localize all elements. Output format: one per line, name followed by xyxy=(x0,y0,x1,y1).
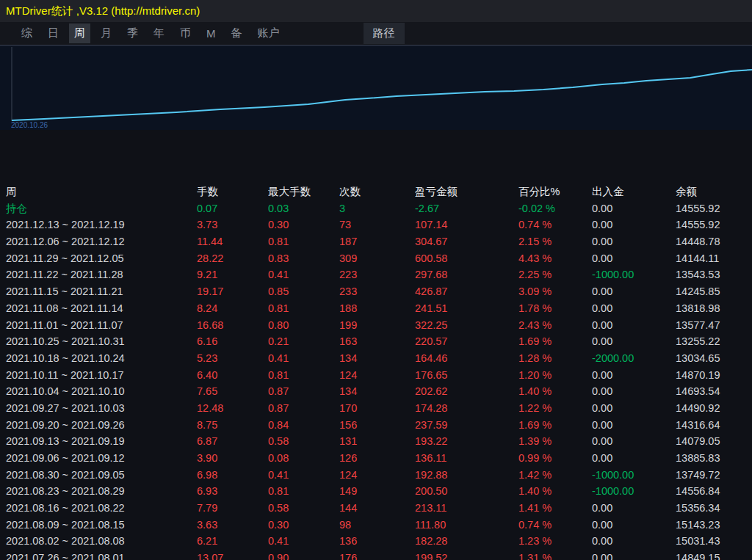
cell-value: 220.57 xyxy=(415,333,518,350)
cell-value: 2.15 % xyxy=(518,233,592,250)
table-row[interactable]: 2021.07.26 ~ 2021.08.0113.070.90176199.5… xyxy=(6,550,752,560)
column-header: 盈亏金额 xyxy=(415,183,518,200)
table-row[interactable]: 2021.08.30 ~ 2021.09.056.980.41124192.88… xyxy=(6,467,752,484)
cell-value: 3 xyxy=(339,200,415,217)
cell-value: 0.00 xyxy=(592,333,676,350)
cell-value: 164.46 xyxy=(415,350,518,367)
table-row[interactable]: 2021.11.22 ~ 2021.11.289.210.41223297.68… xyxy=(6,266,752,283)
path-button[interactable]: 路径 xyxy=(364,23,405,44)
table-row[interactable]: 2021.08.02 ~ 2021.08.086.210.41136182.28… xyxy=(6,533,752,550)
cell-value: 19.17 xyxy=(197,283,268,300)
tab-yearly[interactable]: 年 xyxy=(148,23,170,43)
cell-value: 0.00 xyxy=(592,500,676,517)
table-row[interactable]: 持仓0.070.033-2.67-0.02 %0.0014555.92 xyxy=(6,200,752,217)
cell-value: 0.58 xyxy=(268,433,339,450)
column-header: 手数 xyxy=(197,183,268,200)
tab-weekly[interactable]: 周 xyxy=(69,23,90,43)
cell-value: 0.99 % xyxy=(518,450,592,467)
cell-value: 0.74 % xyxy=(518,517,592,534)
cell-value: 14490.92 xyxy=(676,400,752,417)
cell-value: 124 xyxy=(339,467,415,484)
table-row[interactable]: 2021.09.06 ~ 2021.09.123.900.08126136.11… xyxy=(6,450,752,467)
cell-period: 2021.09.06 ~ 2021.09.12 xyxy=(6,450,197,467)
cell-value: 7.79 xyxy=(197,500,268,517)
cell-period: 2021.10.04 ~ 2021.10.10 xyxy=(6,383,197,400)
table-row[interactable]: 2021.11.29 ~ 2021.12.0528.220.83309600.5… xyxy=(6,250,752,267)
cell-value: 0.90 xyxy=(268,550,339,560)
tab-quarterly[interactable]: 季 xyxy=(122,23,143,43)
table-row[interactable]: 2021.09.13 ~ 2021.09.196.870.58131193.22… xyxy=(6,433,752,450)
cell-value: 2.25 % xyxy=(518,266,592,283)
cell-value: 200.50 xyxy=(415,483,518,500)
column-header: 出入金 xyxy=(592,183,676,200)
cell-value: 15356.34 xyxy=(676,500,752,517)
title-bar: MTDriver统计 ,V3.12 (http://mtdriver.cn) xyxy=(0,0,752,22)
tab-m[interactable]: M xyxy=(201,24,221,43)
cell-value: 0.85 xyxy=(268,283,339,300)
cell-value: 188 xyxy=(339,300,415,317)
cell-value: 1.28 % xyxy=(518,350,592,367)
table-row[interactable]: 2021.08.09 ~ 2021.08.153.630.3098111.800… xyxy=(6,517,752,534)
cell-period: 2021.11.29 ~ 2021.12.05 xyxy=(6,250,197,267)
cell-value: 2.43 % xyxy=(518,317,592,334)
cell-value: 297.68 xyxy=(415,266,518,283)
table-row[interactable]: 2021.10.25 ~ 2021.10.316.160.21163220.57… xyxy=(6,333,752,350)
cell-value: 0.00 xyxy=(592,300,676,317)
cell-period: 持仓 xyxy=(6,200,197,217)
cell-value: 0.00 xyxy=(592,517,676,534)
cell-value: 136.11 xyxy=(415,450,518,467)
cell-value: 13885.83 xyxy=(676,450,752,467)
cell-value: 0.00 xyxy=(592,217,676,233)
cell-value: 8.75 xyxy=(197,417,268,434)
cell-value: 8.24 xyxy=(197,300,268,317)
table-row[interactable]: 2021.11.15 ~ 2021.11.2119.170.85233426.8… xyxy=(6,283,752,300)
cell-value: 193.22 xyxy=(415,433,518,450)
cell-period: 2021.08.16 ~ 2021.08.22 xyxy=(6,500,197,517)
cell-value: 6.21 xyxy=(197,533,268,550)
cell-value: 14079.05 xyxy=(676,433,752,450)
column-header: 余额 xyxy=(676,183,752,200)
tab-daily[interactable]: 日 xyxy=(43,23,64,43)
cell-value: 5.23 xyxy=(197,350,268,367)
cell-value: 309 xyxy=(339,250,415,267)
cell-value: 14448.78 xyxy=(676,233,752,250)
cell-value: 0.00 xyxy=(592,450,676,467)
table-row[interactable]: 2021.11.08 ~ 2021.11.148.240.81188241.51… xyxy=(6,300,752,317)
cell-value: 182.28 xyxy=(415,533,518,550)
table-row[interactable]: 2021.10.18 ~ 2021.10.245.230.41134164.46… xyxy=(6,350,752,367)
cell-value: 111.80 xyxy=(415,517,518,534)
tab-monthly[interactable]: 月 xyxy=(95,23,117,43)
table-row[interactable]: 2021.09.27 ~ 2021.10.0312.480.87170174.2… xyxy=(6,400,752,417)
table-row[interactable]: 2021.12.06 ~ 2021.12.1211.440.81187304.6… xyxy=(6,233,752,250)
tab-currency[interactable]: 币 xyxy=(175,23,196,43)
cell-value: 1.31 % xyxy=(518,550,592,560)
table-row[interactable]: 2021.08.23 ~ 2021.08.296.930.81149200.50… xyxy=(6,483,752,500)
cell-value: 28.22 xyxy=(197,250,268,267)
cell-value: 0.08 xyxy=(268,450,339,467)
table-row[interactable]: 2021.10.04 ~ 2021.10.107.650.87134202.62… xyxy=(6,383,752,400)
tab-account[interactable]: 账户 xyxy=(253,23,285,43)
cell-value: 13577.47 xyxy=(676,317,752,334)
cell-value: 6.40 xyxy=(197,367,268,384)
cell-value: 0.41 xyxy=(268,350,339,367)
tab-overview[interactable]: 综 xyxy=(16,23,37,43)
table-row[interactable]: 2021.10.11 ~ 2021.10.176.400.81124176.65… xyxy=(6,367,752,384)
table-row[interactable]: 2021.09.20 ~ 2021.09.268.750.84156237.59… xyxy=(6,417,752,434)
cell-period: 2021.11.01 ~ 2021.11.07 xyxy=(6,317,197,334)
column-header: 最大手数 xyxy=(268,183,339,200)
cell-value: 3.63 xyxy=(197,517,268,534)
cell-period: 2021.10.25 ~ 2021.10.31 xyxy=(6,333,197,350)
cell-value: 136 xyxy=(339,533,415,550)
cell-value: 0.00 xyxy=(592,383,676,400)
cell-value: 187 xyxy=(339,233,415,250)
cell-period: 2021.11.08 ~ 2021.11.14 xyxy=(6,300,197,317)
equity-curve xyxy=(12,70,752,120)
cell-value: 98 xyxy=(339,517,415,534)
table-row[interactable]: 2021.11.01 ~ 2021.11.0716.680.80199322.2… xyxy=(6,317,752,334)
cell-value: 0.00 xyxy=(592,533,676,550)
table-row[interactable]: 2021.12.13 ~ 2021.12.193.730.3073107.140… xyxy=(6,217,752,233)
cell-value: 170 xyxy=(339,400,415,417)
cell-value: 0.07 xyxy=(197,200,268,217)
tab-memo[interactable]: 备 xyxy=(226,23,247,43)
table-row[interactable]: 2021.08.16 ~ 2021.08.227.790.58144213.11… xyxy=(6,500,752,517)
